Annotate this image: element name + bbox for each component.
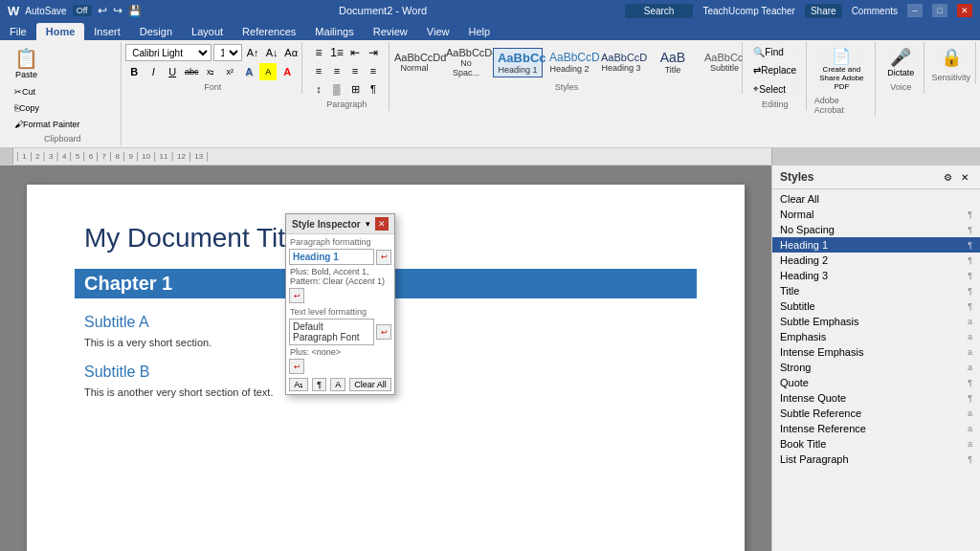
select-button[interactable]: ⌖ Select bbox=[748, 80, 801, 98]
align-left-button[interactable]: ≡ bbox=[310, 62, 327, 79]
style-item-intense-emphasis[interactable]: Intense Emphasis a bbox=[772, 344, 980, 360]
tab-view[interactable]: View bbox=[417, 23, 459, 40]
style-item-list-paragraph[interactable]: List Paragraph ¶ bbox=[772, 452, 980, 467]
justify-button[interactable]: ≡ bbox=[365, 62, 382, 79]
document-area: My Document Title Chapter 1 Subtitle A T… bbox=[0, 165, 771, 551]
tab-help[interactable]: Help bbox=[458, 23, 500, 40]
undo-icon[interactable]: ↩ bbox=[98, 4, 107, 17]
styles-panel-settings-button[interactable]: ⚙ bbox=[940, 169, 955, 185]
close-button[interactable]: ✕ bbox=[957, 4, 972, 17]
style-inspector-titlebar[interactable]: Style Inspector ▾ ✕ bbox=[286, 214, 394, 234]
text-style-field[interactable]: Default Paragraph Font bbox=[289, 319, 374, 345]
style-item-normal[interactable]: Normal ¶ bbox=[772, 207, 980, 222]
reset-paragraph-style-button[interactable]: ↩ bbox=[376, 250, 391, 265]
style-subtitle[interactable]: AaBbCcD Subtitle bbox=[700, 49, 744, 76]
align-center-button[interactable]: ≡ bbox=[328, 62, 345, 79]
reset-paragraph-formatting-button[interactable]: ↩ bbox=[289, 288, 304, 303]
redo-icon[interactable]: ↪ bbox=[113, 4, 122, 17]
strikethrough-button[interactable]: abc bbox=[183, 63, 200, 80]
style-title[interactable]: AaB Title bbox=[648, 47, 698, 77]
minimize-button[interactable]: – bbox=[907, 4, 923, 17]
replace-button[interactable]: ⇄ Replace bbox=[748, 62, 801, 78]
style-item-quote[interactable]: Quote ¶ bbox=[772, 375, 980, 390]
font-shrink-button[interactable]: A↓ bbox=[263, 44, 280, 61]
tab-review[interactable]: Review bbox=[364, 23, 417, 40]
italic-button[interactable]: I bbox=[145, 63, 162, 80]
style-item-heading1[interactable]: Heading 1 ¶ bbox=[772, 237, 980, 253]
bold-button[interactable]: B bbox=[125, 63, 143, 80]
style-item-no-spacing[interactable]: No Spacing ¶ bbox=[772, 222, 980, 237]
style-item-heading2[interactable]: Heading 2 ¶ bbox=[772, 253, 980, 268]
reset-text-style-button[interactable]: ↩ bbox=[376, 324, 391, 340]
shading-button[interactable]: ▒ bbox=[328, 80, 345, 98]
clear-format-button[interactable]: Aα bbox=[282, 44, 300, 61]
styles-panel: Styles ⚙ ✕ Clear All Normal ¶ No Spacing… bbox=[771, 165, 980, 551]
style-item-title[interactable]: Title ¶ bbox=[772, 283, 980, 298]
cut-button[interactable]: ✂ Cut bbox=[10, 84, 85, 99]
subscript-button[interactable]: x₂ bbox=[202, 63, 219, 80]
style-heading2[interactable]: AaBbCcD Heading 2 bbox=[545, 48, 594, 77]
style-item-strong[interactable]: Strong a bbox=[772, 360, 980, 375]
font-size-select[interactable]: 16 bbox=[213, 44, 242, 61]
maximize-button[interactable]: □ bbox=[932, 4, 947, 17]
find-button[interactable]: 🔍 Find bbox=[748, 44, 801, 60]
style-normal[interactable]: AaBbCcDd Normal bbox=[390, 49, 439, 76]
document-title-bar: Document2 - Word bbox=[142, 5, 625, 16]
style-item-heading3[interactable]: Heading 3 ¶ bbox=[772, 268, 980, 283]
format-painter-button[interactable]: 🖌 Format Painter bbox=[10, 117, 85, 132]
tab-file[interactable]: File bbox=[0, 23, 36, 40]
style-heading3[interactable]: AaBbCcD Heading 3 bbox=[596, 49, 646, 76]
dictate-button[interactable]: 🎤 Dictate bbox=[882, 44, 919, 80]
style-item-subtle-emphasis[interactable]: Subtle Emphasis a bbox=[772, 314, 980, 329]
text-highlight-button[interactable]: A bbox=[259, 63, 277, 80]
search-box[interactable]: Search bbox=[625, 4, 694, 18]
tab-design[interactable]: Design bbox=[130, 23, 182, 40]
save-icon[interactable]: 💾 bbox=[128, 5, 142, 17]
paragraph-style-field[interactable]: Heading 1 bbox=[289, 249, 374, 265]
align-right-button[interactable]: ≡ bbox=[346, 62, 364, 79]
autosave-toggle[interactable]: Off bbox=[73, 5, 92, 16]
paste-button[interactable]: 📋 Paste bbox=[10, 44, 43, 82]
tab-insert[interactable]: Insert bbox=[84, 23, 130, 40]
font-grow-button[interactable]: A↑ bbox=[244, 44, 261, 61]
pilcrow-button[interactable]: ¶ bbox=[365, 80, 382, 98]
style-item-subtitle[interactable]: Subtitle ¶ bbox=[772, 298, 980, 314]
indent-increase-button[interactable]: ⇥ bbox=[365, 44, 382, 61]
comments-button[interactable]: Comments bbox=[852, 6, 898, 16]
font-color-button[interactable]: A bbox=[278, 63, 296, 80]
si-btn-a1[interactable]: A₁ bbox=[289, 378, 308, 391]
style-heading1[interactable]: AaBbCc Heading 1 bbox=[493, 48, 543, 77]
underline-button[interactable]: U bbox=[164, 63, 181, 80]
style-item-emphasis[interactable]: Emphasis a bbox=[772, 329, 980, 344]
style-inspector-close-button[interactable]: ✕ bbox=[375, 217, 389, 231]
tab-references[interactable]: References bbox=[233, 23, 305, 40]
styles-panel-close-button[interactable]: ✕ bbox=[957, 169, 972, 185]
create-pdf-button[interactable]: 📄 Create and Share Adobe PDF bbox=[814, 44, 869, 94]
tab-layout[interactable]: Layout bbox=[182, 23, 233, 40]
tab-mailings[interactable]: Mailings bbox=[305, 23, 363, 40]
text-effects-button[interactable]: A bbox=[240, 63, 257, 80]
style-no-spacing[interactable]: AaBbCcDd No Spac... bbox=[441, 44, 491, 80]
share-button[interactable]: Share bbox=[805, 4, 842, 18]
reset-text-formatting-button[interactable]: ↩ bbox=[289, 359, 304, 374]
si-btn-pilcrow[interactable]: ¶ bbox=[312, 378, 326, 391]
tab-home[interactable]: Home bbox=[36, 23, 85, 40]
borders-button[interactable]: ⊞ bbox=[346, 80, 364, 98]
style-item-intense-quote[interactable]: Intense Quote ¶ bbox=[772, 390, 980, 406]
style-item-clear-all[interactable]: Clear All bbox=[772, 191, 980, 207]
si-clear-all-button[interactable]: Clear All bbox=[349, 378, 391, 391]
si-btn-a[interactable]: A bbox=[330, 378, 345, 391]
bullets-button[interactable]: ≡ bbox=[310, 44, 327, 61]
style-item-book-title[interactable]: Book Title a bbox=[772, 436, 980, 452]
word-logo-icon: W bbox=[8, 4, 19, 18]
copy-button[interactable]: ⎘ Copy bbox=[10, 100, 85, 116]
numbering-button[interactable]: 1≡ bbox=[328, 44, 345, 61]
style-item-intense-reference[interactable]: Intense Reference a bbox=[772, 421, 980, 436]
line-spacing-button[interactable]: ↕ bbox=[310, 80, 327, 98]
superscript-button[interactable]: x² bbox=[221, 63, 238, 80]
sensitivity-button[interactable]: 🔒 bbox=[936, 44, 967, 71]
style-item-subtle-reference[interactable]: Subtle Reference a bbox=[772, 406, 980, 421]
style-inspector-dropdown-icon[interactable]: ▾ bbox=[366, 219, 370, 229]
font-name-select[interactable]: Calibri Light bbox=[125, 44, 212, 61]
indent-decrease-button[interactable]: ⇤ bbox=[346, 44, 364, 61]
